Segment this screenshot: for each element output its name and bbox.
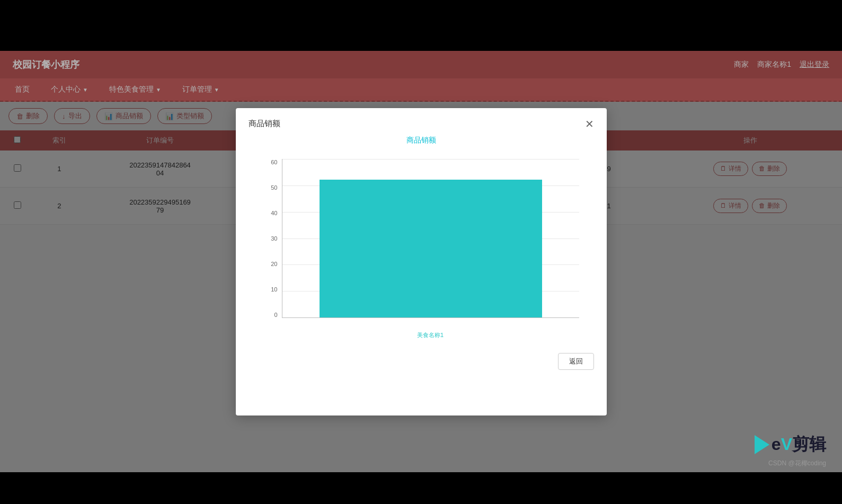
black-bar-bottom xyxy=(0,472,842,504)
close-icon: ✕ xyxy=(585,118,594,130)
chart-area: 商品销额 0 10 20 30 40 50 60 xyxy=(249,136,594,344)
sales-modal: 商品销额 ✕ 商品销额 0 10 20 30 40 50 60 xyxy=(236,108,607,415)
black-bar-top xyxy=(0,0,842,51)
back-button[interactable]: 返回 xyxy=(558,353,594,370)
chart-wrapper: 0 10 20 30 40 50 60 美食 xyxy=(253,154,590,344)
y-label-30: 30 xyxy=(271,235,277,242)
y-axis: 0 10 20 30 40 50 60 xyxy=(253,159,282,318)
y-label-40: 40 xyxy=(271,210,277,216)
y-label-0: 0 xyxy=(274,312,277,318)
x-label: 美食名称1 xyxy=(417,332,444,338)
chart-title: 商品销额 xyxy=(253,136,590,145)
x-axis: 美食名称1 xyxy=(282,330,579,339)
modal-footer: 返回 xyxy=(249,353,594,370)
modal-header: 商品销额 ✕ xyxy=(249,119,594,129)
ev-triangle-icon xyxy=(755,435,769,454)
chart-bar xyxy=(320,180,542,317)
y-label-60: 60 xyxy=(271,159,277,165)
page-wrapper: 校园订餐小程序 商家 商家名称1 退出登录 首页 个人中心 ▼ 特色美食管理 ▼… xyxy=(0,51,842,472)
chart-plot xyxy=(282,159,579,318)
modal-title: 商品销额 xyxy=(249,119,280,129)
modal-close-button[interactable]: ✕ xyxy=(585,119,594,129)
ev-watermark: eV剪辑 xyxy=(755,433,826,456)
y-label-50: 50 xyxy=(271,184,277,191)
ev-logo-text: eV剪辑 xyxy=(772,433,826,456)
modal-overlay: 商品销额 ✕ 商品销额 0 10 20 30 40 50 60 xyxy=(0,51,842,472)
csdn-watermark: CSDN @花椰coding xyxy=(768,459,826,468)
y-label-10: 10 xyxy=(271,286,277,293)
y-label-20: 20 xyxy=(271,261,277,267)
